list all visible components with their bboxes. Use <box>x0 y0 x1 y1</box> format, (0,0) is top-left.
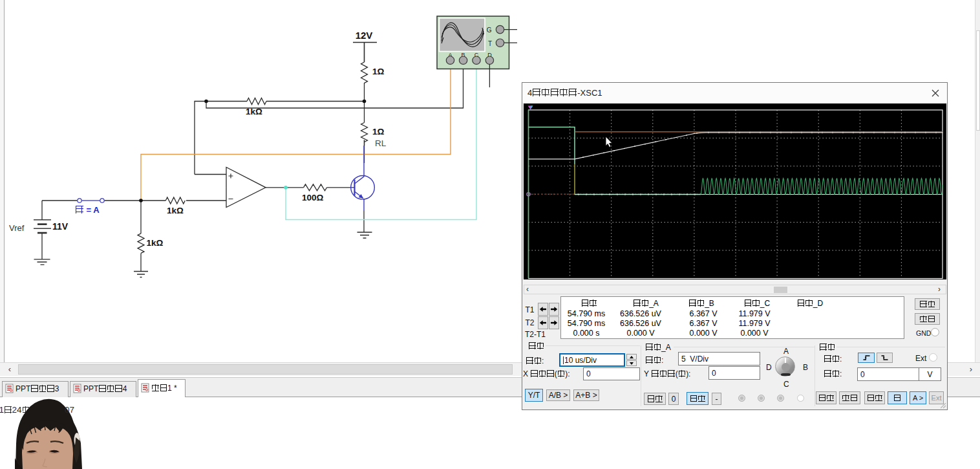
svg-text:11V: 11V <box>52 221 69 232</box>
svg-text:1kΩ: 1kΩ <box>246 107 262 116</box>
svg-text:12V: 12V <box>356 30 373 41</box>
svg-text:RL: RL <box>375 138 387 148</box>
svg-text:1Ω: 1Ω <box>372 67 385 76</box>
svg-text:1Ω: 1Ω <box>372 127 385 136</box>
svg-text:1kΩ: 1kΩ <box>147 238 164 248</box>
svg-text:100Ω: 100Ω <box>302 193 324 202</box>
svg-text:1kΩ: 1kΩ <box>167 206 184 215</box>
svg-text:T: T <box>488 40 492 47</box>
svg-text:Vref: Vref <box>9 223 25 233</box>
svg-text:G: G <box>487 27 492 34</box>
